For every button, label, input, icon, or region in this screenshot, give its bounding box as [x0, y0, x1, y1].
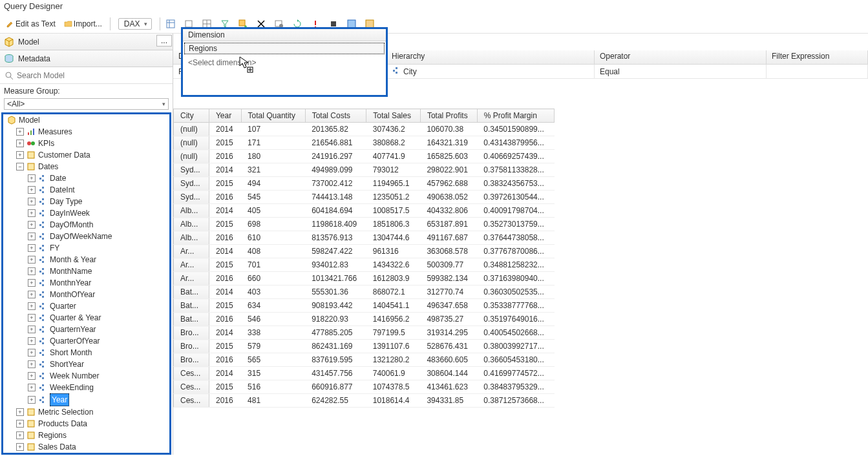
expand-icon[interactable]: +: [28, 174, 36, 182]
table-row[interactable]: Ar...2015701934012.831434322.6500309.770…: [174, 258, 555, 272]
grid-column-header[interactable]: Year: [209, 109, 241, 123]
table-row[interactable]: Syd...2015494737002.4121194965.1457962.6…: [174, 177, 555, 191]
expand-icon[interactable]: +: [28, 360, 36, 368]
tree-dates-child[interactable]: +Week Number: [26, 370, 169, 382]
expand-icon[interactable]: +: [28, 209, 36, 217]
table-row[interactable]: Alb...2016610813576.9131304744.6491167.6…: [174, 231, 555, 245]
expand-icon[interactable]: +: [28, 244, 36, 252]
tree-model-root[interactable]: Model: [6, 114, 169, 126]
table-row[interactable]: Syd...2016545744413.1481235051.2490638.0…: [174, 191, 555, 204]
tree-dates-child[interactable]: +Quarter & Year: [26, 312, 169, 324]
filter-value-filter-expression[interactable]: [767, 65, 868, 79]
expand-icon[interactable]: +: [28, 326, 36, 333]
tree-dates-child[interactable]: +Day Type: [26, 196, 169, 207]
search-input[interactable]: [17, 71, 169, 80]
table-row[interactable]: Ar...2014408598247.422961316363068.5780.…: [174, 245, 555, 258]
language-selector[interactable]: DAX ▾: [118, 18, 152, 30]
table-row[interactable]: Bro...2014338477885.205797199.5319314.29…: [174, 326, 555, 340]
collapse-icon[interactable]: −: [16, 163, 24, 171]
expand-icon[interactable]: +: [28, 349, 36, 357]
table-row[interactable]: Alb...2014405604184.6941008517.5404332.8…: [174, 204, 555, 218]
tree-dates-child[interactable]: +ShortYear: [26, 358, 169, 370]
table-row[interactable]: Ar...20166601013421.7661612803.9599382.1…: [174, 272, 555, 285]
grid-column-header[interactable]: Total Sales: [366, 109, 421, 123]
tree-dates-child[interactable]: +WeekEnding: [26, 382, 169, 393]
table-row[interactable]: Bro...2015579862431.1691391107.6528676.4…: [174, 340, 555, 353]
expand-icon[interactable]: +: [16, 420, 24, 428]
expand-icon[interactable]: +: [16, 443, 24, 451]
grid-column-header[interactable]: Total Quantity: [241, 109, 305, 123]
expand-icon[interactable]: +: [28, 233, 36, 240]
tree-dates-child[interactable]: +Date: [26, 172, 169, 184]
toolbar-action-1[interactable]: [163, 17, 178, 30]
table-row[interactable]: Bat...2015634908193.4421404541.1496347.6…: [174, 299, 555, 313]
table-row[interactable]: Ces...2015516660916.8771074378.5413461.6…: [174, 380, 555, 394]
filter-header-operator[interactable]: Operator: [595, 50, 767, 65]
expand-icon[interactable]: +: [28, 396, 36, 404]
expand-icon[interactable]: +: [16, 431, 24, 439]
expand-icon[interactable]: +: [28, 302, 36, 310]
tree-dates-child[interactable]: +Month & Year: [26, 254, 169, 265]
dimension-box-value[interactable]: Regions: [184, 43, 385, 54]
grid-column-header[interactable]: City: [174, 109, 209, 123]
filter-value-hierarchy[interactable]: City: [386, 65, 595, 79]
grid-column-header[interactable]: % Profit Margin: [477, 109, 554, 123]
table-row[interactable]: Ces...2016481624282.551018614.4394331.85…: [174, 394, 555, 408]
expand-icon[interactable]: +: [28, 384, 36, 391]
table-row[interactable]: Bro...2016565837619.5951321280.2483660.6…: [174, 353, 555, 367]
table-row[interactable]: (null)2014107201365.82307436.2106070.380…: [174, 123, 555, 136]
tree-dates-child[interactable]: +DayOfWeekName: [26, 231, 169, 242]
expand-icon[interactable]: +: [28, 198, 36, 205]
tree-dates-child[interactable]: +DayInWeek: [26, 207, 169, 219]
tree-dates-child[interactable]: +MonthnYear: [26, 277, 169, 289]
expand-icon[interactable]: +: [28, 291, 36, 298]
expand-icon[interactable]: +: [28, 372, 36, 380]
grid-column-header[interactable]: Total Profits: [420, 109, 477, 123]
tree-dates-child[interactable]: +Year: [26, 393, 169, 406]
table-row[interactable]: Alb...20156981198618.4091851806.3653187.…: [174, 218, 555, 231]
tree-dates-child[interactable]: +DayOfMonth: [26, 219, 169, 231]
metadata-header[interactable]: Metadata: [0, 50, 173, 67]
expand-icon[interactable]: +: [16, 128, 24, 136]
table-row[interactable]: (null)2016180241916.297407741.9165825.60…: [174, 150, 555, 163]
tree-dates-child[interactable]: +MonthOfYear: [26, 289, 169, 300]
expand-icon[interactable]: +: [16, 151, 24, 159]
table-row[interactable]: (null)2015171216546.881380868.2164321.31…: [174, 136, 555, 150]
filter-value-operator[interactable]: Equal: [595, 65, 767, 79]
tree-dates-child[interactable]: +FY: [26, 242, 169, 254]
results-grid[interactable]: CityYearTotal QuantityTotal CostsTotal S…: [173, 109, 868, 455]
table-row[interactable]: Bat...2014403555301.36868072.1312770.740…: [174, 285, 555, 299]
filter-header-filter-expression[interactable]: Filter Expression: [767, 50, 868, 65]
tree-dates-child[interactable]: +DateInt: [26, 184, 169, 196]
expand-icon[interactable]: +: [16, 408, 24, 416]
tree-sales-data[interactable]: + Sales Data: [15, 441, 169, 453]
expand-icon[interactable]: +: [28, 314, 36, 322]
tree-dates-child[interactable]: +QuarternYear: [26, 324, 169, 335]
tree-dates-child[interactable]: +MonthName: [26, 265, 169, 277]
table-row[interactable]: Bat...2016546918220.931416956.2498735.27…: [174, 313, 555, 326]
filter-header-hierarchy[interactable]: Hierarchy: [386, 50, 595, 65]
tree-dates-child[interactable]: +QuarterOfYear: [26, 335, 169, 347]
expand-icon[interactable]: +: [28, 279, 36, 287]
expand-icon[interactable]: +: [28, 221, 36, 229]
edit-as-text-button[interactable]: Edit as Text: [3, 17, 58, 30]
select-dimension-placeholder[interactable]: <Select dimension>: [183, 56, 386, 70]
table-row[interactable]: Syd...2014321494989.099793012298022.9010…: [174, 163, 555, 177]
tree-regions[interactable]: + Regions: [15, 430, 169, 441]
tree-dates-child[interactable]: +Short Month: [26, 347, 169, 358]
expand-icon[interactable]: +: [28, 186, 36, 194]
tree-measures[interactable]: + Measures: [15, 126, 169, 138]
tree-customer-data[interactable]: + Customer Data: [15, 149, 169, 161]
expand-icon[interactable]: +: [28, 256, 36, 264]
expand-icon[interactable]: +: [28, 337, 36, 345]
tree-dates-child[interactable]: +Quarter: [26, 300, 169, 312]
grid-column-header[interactable]: Total Costs: [305, 109, 366, 123]
expand-icon[interactable]: +: [16, 140, 24, 147]
expand-icon[interactable]: +: [28, 267, 36, 275]
tree-products-data[interactable]: + Products Data: [15, 418, 169, 430]
measure-group-select[interactable]: <All> ▾: [4, 98, 169, 110]
model-ellipsis-button[interactable]: ...: [156, 35, 172, 47]
import-button[interactable]: Import...: [61, 17, 105, 30]
tree-metric-selection[interactable]: + Metric Selection: [15, 406, 169, 418]
table-row[interactable]: Ces...2014315431457.756740061.9308604.14…: [174, 367, 555, 380]
